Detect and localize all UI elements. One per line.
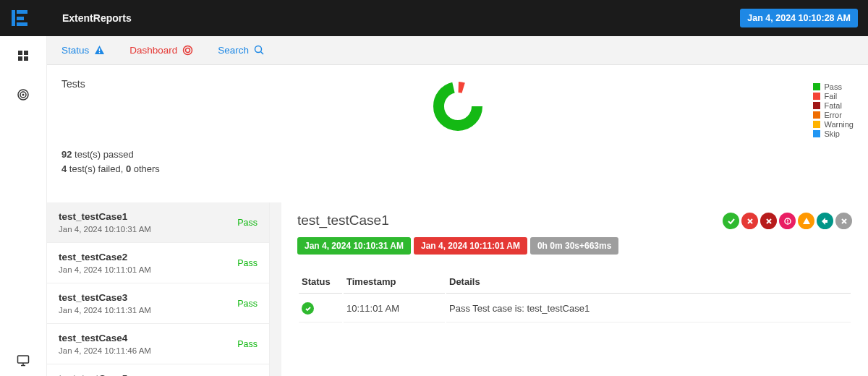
nav-search-label: Search bbox=[218, 45, 249, 56]
alert-triangle-icon bbox=[94, 45, 105, 56]
legend-row: Skip bbox=[813, 129, 854, 138]
test-name: test_testCase3 bbox=[59, 292, 151, 303]
filter-pass-button[interactable] bbox=[723, 213, 739, 229]
legend-row: Error bbox=[813, 111, 854, 119]
svg-rect-23 bbox=[787, 219, 788, 221]
log-row: 10:11:01 AMPass Test case is: test_testC… bbox=[299, 295, 851, 322]
check-icon bbox=[302, 302, 314, 315]
nav-status-label: Status bbox=[61, 45, 89, 56]
svg-point-17 bbox=[186, 48, 190, 53]
legend-row: Warning bbox=[813, 120, 854, 129]
test-status: Pass bbox=[237, 299, 258, 309]
filter-fail-button[interactable] bbox=[741, 213, 758, 229]
test-timestamp: Jan 4, 2024 10:10:31 AM bbox=[59, 225, 151, 234]
test-timestamp: Jan 4, 2024 10:11:31 AM bbox=[59, 306, 151, 315]
start-time-badge: Jan 4, 2024 10:10:31 AM bbox=[297, 237, 411, 255]
svg-rect-3 bbox=[17, 22, 27, 26]
svg-point-20 bbox=[438, 87, 477, 125]
passed-label: test(s) passed bbox=[72, 149, 133, 160]
filter-fatal-button[interactable] bbox=[760, 213, 777, 229]
dashboard-grid-icon[interactable] bbox=[17, 49, 30, 62]
test-name: test_testCase2 bbox=[59, 252, 151, 262]
legend-label: Fatal bbox=[824, 101, 841, 110]
nav-status[interactable]: Status bbox=[61, 45, 105, 56]
test-item[interactable]: test_testCase2Jan 4, 2024 10:11:01 AMPas… bbox=[47, 243, 269, 283]
end-time-badge: Jan 4, 2024 10:11:01 AM bbox=[414, 237, 527, 255]
tests-donut-chart bbox=[433, 81, 483, 132]
col-status: Status bbox=[299, 270, 342, 294]
duration-badge: 0h 0m 30s+663ms bbox=[530, 237, 618, 255]
test-status: Pass bbox=[237, 218, 258, 228]
svg-rect-0 bbox=[12, 10, 15, 26]
svg-rect-14 bbox=[99, 48, 100, 51]
test-item[interactable]: test_testCase3Jan 4, 2024 10:11:31 AMPas… bbox=[47, 283, 269, 324]
report-timestamp-badge: Jan 4, 2024 10:10:28 AM bbox=[740, 9, 858, 27]
svg-line-19 bbox=[261, 52, 264, 55]
col-details: Details bbox=[446, 270, 851, 294]
nav-dashboard[interactable]: Dashboard bbox=[129, 45, 193, 56]
log-table: Status Timestamp Details 10:11:01 AMPass… bbox=[297, 269, 852, 324]
legend-row: Fatal bbox=[813, 101, 854, 110]
test-timestamp: Jan 4, 2024 10:11:46 AM bbox=[59, 346, 151, 355]
legend-swatch bbox=[813, 111, 820, 119]
filter-clear-button[interactable] bbox=[835, 213, 852, 229]
legend-label: Pass bbox=[824, 82, 841, 91]
test-status: Pass bbox=[237, 339, 258, 349]
log-timestamp: 10:11:01 AM bbox=[344, 295, 445, 322]
legend-label: Fail bbox=[824, 92, 837, 101]
svg-point-18 bbox=[255, 46, 262, 53]
log-details: Pass Test case is: test_testCase1 bbox=[446, 295, 851, 322]
svg-point-10 bbox=[22, 94, 25, 96]
log-status bbox=[299, 295, 342, 322]
legend-swatch bbox=[813, 83, 820, 90]
legend-label: Warning bbox=[824, 120, 854, 129]
nav-dashboard-label: Dashboard bbox=[129, 45, 177, 56]
svg-rect-5 bbox=[24, 51, 28, 55]
svg-rect-4 bbox=[18, 51, 22, 55]
legend-row: Fail bbox=[813, 92, 854, 101]
legend-label: Skip bbox=[824, 129, 839, 138]
legend-swatch bbox=[813, 93, 820, 100]
test-status: Pass bbox=[237, 258, 258, 268]
sidebar bbox=[0, 36, 47, 376]
svg-rect-6 bbox=[18, 56, 22, 61]
others-label: others bbox=[131, 163, 160, 174]
test-timestamp: Jan 4, 2024 10:11:01 AM bbox=[59, 265, 151, 274]
failed-label: test(s) failed, bbox=[67, 163, 126, 174]
col-timestamp: Timestamp bbox=[344, 270, 445, 294]
svg-point-16 bbox=[184, 46, 192, 55]
topnav: Status Dashboard Search bbox=[47, 36, 868, 65]
test-detail-panel: test_testCase1 Jan 4, 2024 10:10:31 AM J… bbox=[281, 202, 868, 376]
search-icon bbox=[254, 45, 265, 56]
legend-swatch bbox=[813, 121, 820, 128]
svg-rect-7 bbox=[24, 56, 28, 61]
monitor-icon[interactable] bbox=[17, 354, 30, 367]
legend-label: Error bbox=[824, 111, 841, 119]
svg-rect-1 bbox=[17, 10, 27, 14]
filter-actions bbox=[723, 213, 852, 229]
target-icon[interactable] bbox=[17, 88, 30, 101]
test-name: test_testCase1 bbox=[59, 211, 151, 222]
filter-error-button[interactable] bbox=[779, 213, 796, 229]
target-red-icon bbox=[182, 45, 193, 56]
filter-skip-button[interactable] bbox=[817, 213, 833, 229]
filter-warning-button[interactable] bbox=[798, 213, 814, 229]
svg-rect-24 bbox=[787, 222, 788, 223]
legend-row: Pass bbox=[813, 82, 854, 91]
legend-swatch bbox=[813, 102, 820, 109]
chart-legend: PassFailFatalErrorWarningSkip bbox=[813, 82, 854, 139]
nav-search[interactable]: Search bbox=[218, 45, 265, 56]
test-item[interactable]: test_testCase5 bbox=[47, 364, 269, 376]
test-list: test_testCase1Jan 4, 2024 10:10:31 AMPas… bbox=[47, 202, 270, 376]
test-name: test_testCase5 bbox=[59, 373, 127, 376]
legend-swatch bbox=[813, 130, 820, 137]
svg-rect-15 bbox=[99, 52, 100, 53]
svg-rect-2 bbox=[17, 17, 24, 20]
logo-icon bbox=[10, 9, 29, 27]
svg-rect-11 bbox=[18, 356, 29, 363]
summary-panel: Tests PassFailFatalErrorWarningSkip 92 t… bbox=[47, 65, 868, 202]
header: ExtentReports Jan 4, 2024 10:10:28 AM bbox=[0, 0, 868, 36]
test-item[interactable]: test_testCase4Jan 4, 2024 10:11:46 AMPas… bbox=[47, 324, 269, 364]
passed-count: 92 bbox=[61, 149, 72, 160]
test-item[interactable]: test_testCase1Jan 4, 2024 10:10:31 AMPas… bbox=[47, 202, 269, 243]
